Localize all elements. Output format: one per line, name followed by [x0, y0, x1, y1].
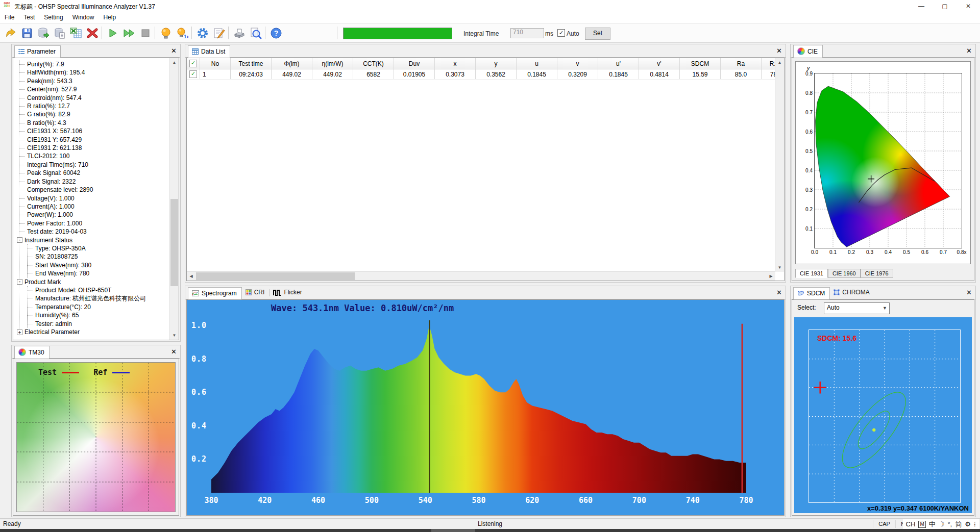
table-row[interactable]: ✓109:24:03449.02449.0265820.019050.30730… [187, 69, 784, 80]
tree-item[interactable]: Manufacture: 杭州虹谱光色科技有限公司 [28, 294, 169, 302]
tree-item[interactable]: Compensate level: 2890 [19, 186, 169, 194]
column-header[interactable]: v [557, 58, 598, 69]
column-header[interactable]: u' [598, 58, 639, 69]
spectrogram-plot[interactable]: 1.00.80.60.40.2 380420460500540580620660… [211, 320, 746, 493]
ime-item[interactable]: 中 [929, 520, 936, 529]
data-list-hscrollbar[interactable]: ◀ ▶ [187, 271, 775, 281]
tree-item[interactable]: Type: OHSP-350A [28, 244, 169, 252]
help-button[interactable]: ? [268, 26, 283, 40]
column-header[interactable]: Duv [394, 58, 435, 69]
sdcm-select-dropdown[interactable]: Auto ▼ [824, 302, 890, 314]
row-checkbox[interactable]: ✓ [189, 60, 197, 67]
export-data-button[interactable] [36, 26, 51, 40]
data-list-tab[interactable]: Data List [188, 45, 230, 58]
run-button[interactable] [105, 26, 120, 40]
tree-item[interactable]: G ratio(%): 82.9 [19, 110, 169, 118]
hscroll-thumb[interactable] [196, 272, 355, 280]
column-header[interactable]: x [435, 58, 476, 69]
tree-item[interactable]: Power(W): 1.000 [19, 211, 169, 219]
scroll-up-icon[interactable]: ▲ [775, 58, 784, 67]
tree-group[interactable]: -Instrument Status [19, 236, 169, 244]
ime-item[interactable]: CH [906, 520, 916, 528]
tree-item[interactable]: Voltage(V): 1.000 [19, 194, 169, 202]
save-button[interactable] [19, 26, 34, 40]
open-button[interactable] [3, 26, 18, 40]
scroll-right-icon[interactable]: ▶ [767, 272, 775, 281]
ime-item[interactable]: 简 [955, 520, 962, 529]
collapse-icon[interactable]: - [17, 279, 22, 285]
ime-item[interactable]: ☽ [939, 520, 945, 528]
tree-item[interactable]: Humidity(%): 65 [28, 311, 169, 319]
menu-help[interactable]: Help [99, 13, 120, 22]
tab-cri[interactable]: CRI [242, 287, 270, 299]
stop-button[interactable] [138, 26, 153, 40]
scroll-down-icon[interactable]: ▼ [170, 331, 179, 340]
scroll-down-icon[interactable]: ▼ [775, 263, 784, 272]
tab-cie-1976[interactable]: CIE 1976 [861, 269, 893, 278]
tree-group[interactable]: -Product Mark [19, 278, 169, 286]
set-button[interactable]: Set [585, 28, 610, 40]
tree-item[interactable]: Peak(nm): 543.3 [19, 77, 169, 85]
sdcm-close-icon[interactable]: ✕ [966, 289, 972, 296]
tree-item[interactable]: Centroid(nm): 547.4 [19, 94, 169, 102]
ime-item[interactable]: ⚙ [965, 520, 971, 528]
tree-item[interactable]: SN: 201808725 [28, 252, 169, 261]
tree-item[interactable]: Center(nm): 527.9 [19, 85, 169, 93]
tab-cie-1931[interactable]: CIE 1931 [795, 269, 828, 278]
scroll-up-icon[interactable]: ▲ [170, 58, 179, 67]
menu-window[interactable]: Window [68, 13, 99, 22]
tab-cie-1960[interactable]: CIE 1960 [828, 269, 861, 278]
cie-close-icon[interactable]: ✕ [966, 47, 972, 54]
tree-item[interactable]: CIE1931 X: 567.106 [19, 127, 169, 135]
close-button[interactable]: ✕ [957, 0, 980, 13]
dark-current-1x-button[interactable]: 1x [175, 26, 189, 40]
spectrogram-close-icon[interactable]: ✕ [776, 289, 782, 296]
ime-item[interactable]: M [918, 521, 925, 528]
expand-icon[interactable]: + [17, 330, 22, 335]
tm30-close-icon[interactable]: ✕ [171, 348, 177, 355]
tab-chroma[interactable]: CHROMA [830, 287, 874, 299]
tab-spectrogram[interactable]: Spectrogram [188, 287, 242, 299]
ime-bar[interactable]: CHM中☽°,简⚙⁝ [903, 519, 979, 529]
column-header[interactable]: Φ(lm) [272, 58, 312, 69]
column-header[interactable]: y [476, 58, 517, 69]
tab-flicker[interactable]: Flicker [270, 287, 306, 299]
tree-item[interactable]: CIE1931 Y: 657.429 [19, 136, 169, 144]
export-report-button[interactable] [52, 26, 67, 40]
tree-item[interactable]: Start Wave(nm): 380 [28, 261, 169, 269]
row-checkbox[interactable]: ✓ [189, 70, 197, 78]
edit-button[interactable] [211, 26, 226, 40]
settings-button[interactable] [195, 26, 210, 40]
export-excel-button[interactable] [68, 26, 83, 40]
integral-time-input[interactable]: 710 [510, 28, 544, 38]
tree-item[interactable]: Temperature(°C): 20 [28, 303, 169, 311]
tree-item[interactable]: Tester: admin [28, 320, 169, 328]
tree-item[interactable]: Power Factor: 1.000 [19, 219, 169, 227]
tree-item[interactable]: B ratio(%): 4.3 [19, 119, 169, 127]
collapse-icon[interactable]: - [17, 237, 22, 243]
tree-item[interactable]: Purity(%): 7.9 [19, 60, 169, 68]
column-header[interactable]: SDCM [680, 58, 721, 69]
tree-item[interactable]: CIE1931 Z: 621.138 [19, 144, 169, 152]
menu-test[interactable]: Test [19, 13, 39, 22]
column-header[interactable]: v' [639, 58, 680, 69]
tm30-tab[interactable]: TM30 [14, 346, 50, 359]
tree-item[interactable]: Test date: 2019-04-03 [19, 227, 169, 236]
run-continuous-button[interactable] [121, 26, 136, 40]
parameter-close-icon[interactable]: ✕ [171, 47, 177, 54]
minimize-button[interactable]: — [910, 0, 933, 13]
scroll-thumb[interactable] [170, 199, 178, 286]
column-header[interactable]: u [517, 58, 557, 69]
column-header[interactable]: CCT(K) [353, 58, 394, 69]
cie-tab[interactable]: CIE [793, 45, 823, 58]
print-button[interactable] [232, 26, 247, 40]
tree-item[interactable]: Integral Time(ms): 710 [19, 161, 169, 169]
ime-item[interactable]: °, [947, 520, 952, 528]
tree-item[interactable]: End Wave(nm): 780 [28, 269, 169, 277]
maximize-button[interactable]: ▢ [933, 0, 957, 13]
tree-item[interactable]: TLCI-2012: 100 [19, 152, 169, 160]
preview-button[interactable] [248, 26, 263, 40]
tree-item[interactable]: Product Model: OHSP-650T [28, 286, 169, 294]
scroll-left-icon[interactable]: ◀ [187, 272, 195, 281]
column-header[interactable]: Ra [721, 58, 762, 69]
